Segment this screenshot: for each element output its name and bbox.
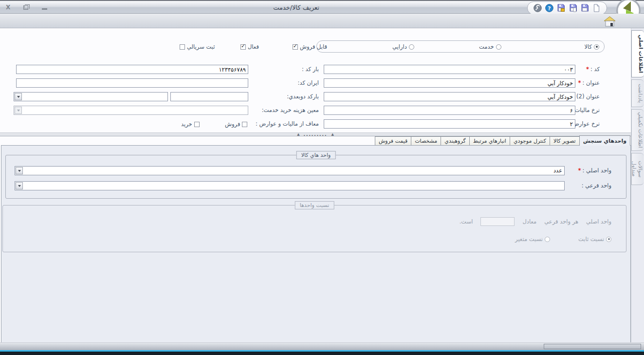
window-title: تعريف كالا/خدمت bbox=[273, 4, 319, 11]
checkbox-box: ✓ bbox=[240, 44, 246, 50]
unit-ratio-group: نسبت واحدها واحد اصلي هر واحد فرعي معادل… bbox=[2, 205, 626, 252]
close-icon[interactable]: X bbox=[6, 4, 10, 11]
shortcut-bar bbox=[0, 14, 644, 28]
iran-code-input[interactable] bbox=[16, 78, 248, 88]
main-panel: اطلاعات اصلي يادداشت اطلاعات تكميلي سوال… bbox=[0, 28, 644, 342]
sub-unit-combobox[interactable] bbox=[15, 181, 565, 190]
ratio-equals-text: معادل bbox=[522, 218, 536, 225]
checkbox-active[interactable]: ✓ فعال bbox=[240, 43, 259, 50]
quick-toolbar: ? bbox=[527, 1, 607, 15]
collapse-up-icon: ▲ bbox=[331, 133, 333, 136]
footer-strip bbox=[0, 352, 644, 355]
barcode-2d-label: باركد دوبعدي: bbox=[287, 93, 319, 100]
wrench-icon[interactable] bbox=[533, 4, 542, 13]
detail-tabs: واحدهاي سنجش تصوير كالا كنترل موجودي انب… bbox=[375, 136, 630, 145]
barcode-input[interactable] bbox=[16, 65, 248, 74]
side-tab-additional-info[interactable]: اطلاعات تكميلي bbox=[631, 109, 644, 151]
new-document-icon[interactable] bbox=[592, 4, 601, 13]
collapse-up-icon: ▲ bbox=[297, 133, 299, 136]
chevron-down-icon[interactable] bbox=[15, 107, 22, 114]
units-group: واحد هاي كالا واحد اصلي :* عدد واحد فرعي… bbox=[5, 155, 626, 199]
scrollbar-thumb[interactable] bbox=[544, 344, 641, 349]
checkbox-box: ✓ bbox=[194, 122, 200, 127]
main-unit-label: واحد اصلي :* bbox=[578, 167, 611, 174]
checkbox-exempt-sell[interactable]: فروش ✓ bbox=[225, 121, 247, 128]
chevron-down-icon[interactable] bbox=[15, 93, 22, 100]
side-tab-basic-info[interactable]: اطلاعات اصلي bbox=[631, 30, 644, 77]
units-group-title: واحد هاي كالا bbox=[296, 151, 336, 159]
checkbox-serial-registration[interactable]: ✓ ثبت سريالي bbox=[180, 43, 215, 50]
ratio-mode-radios: نسبت ثابت نسبت متغير bbox=[515, 236, 611, 243]
tab-grouping[interactable]: گروهبندي bbox=[441, 136, 469, 145]
side-tab-faq[interactable]: سوالات متداول bbox=[631, 153, 644, 185]
code-input[interactable] bbox=[324, 65, 575, 74]
tax-rate-label: نرخ ماليات: bbox=[573, 107, 600, 113]
tab-related-warehouses[interactable]: انبارهاي مرتبط bbox=[469, 136, 510, 145]
checkbox-label: قابل فروش bbox=[300, 43, 327, 50]
checkbox-box: ✓ bbox=[242, 122, 247, 127]
restore-icon[interactable] bbox=[23, 5, 28, 10]
title-input[interactable] bbox=[324, 78, 575, 88]
tab-stock-control[interactable]: كنترل موجودي bbox=[510, 136, 550, 145]
radio-label: خدمت bbox=[479, 43, 494, 50]
tax-exempt-label: معاف از ماليات و عوارض : bbox=[256, 120, 319, 127]
item-type-group: كالا خدمت دارايي bbox=[316, 40, 605, 53]
ratio-is-text: است. bbox=[460, 218, 473, 225]
title2-input[interactable] bbox=[324, 92, 575, 101]
radio-label: نسبت متغير bbox=[515, 236, 543, 243]
radio-item-type-service[interactable]: خدمت bbox=[479, 43, 501, 50]
radio-item-type-asset[interactable]: دارايي bbox=[392, 43, 414, 50]
iran-code-label: ايران كد: bbox=[298, 79, 319, 86]
save-lock-icon[interactable] bbox=[557, 4, 566, 13]
checkbox-box: ✓ bbox=[180, 44, 185, 50]
measurement-units-panel: واحد هاي كالا واحد اصلي :* عدد واحد فرعي… bbox=[1, 145, 631, 342]
main-unit-combobox[interactable]: عدد bbox=[15, 166, 565, 175]
save-icon[interactable] bbox=[581, 4, 589, 13]
radio-circle bbox=[545, 237, 550, 242]
product-definition-window: X تعريف كالا/خدمت ? bbox=[0, 0, 644, 355]
radio-variable-ratio[interactable]: نسبت متغير bbox=[515, 236, 550, 243]
radio-item-type-goods[interactable]: كالا bbox=[584, 43, 599, 50]
home-icon[interactable] bbox=[604, 16, 616, 27]
ratio-main-unit-text: واحد اصلي bbox=[586, 218, 611, 225]
barcode-2d-combobox[interactable] bbox=[14, 92, 168, 101]
ratio-each-sub-text: هر واحد فرعي bbox=[544, 218, 578, 225]
checkbox-box: ✓ bbox=[293, 44, 298, 50]
radio-label: دارايي bbox=[392, 43, 407, 50]
help-icon[interactable]: ? bbox=[545, 4, 553, 13]
radio-fixed-ratio[interactable]: نسبت ثابت bbox=[578, 236, 611, 243]
tab-specifications[interactable]: مشخصات bbox=[411, 136, 441, 145]
chevron-down-icon[interactable] bbox=[16, 182, 23, 189]
unit-ratio-group-title: نسبت واحدها bbox=[295, 201, 334, 209]
duty-rate-input[interactable] bbox=[324, 119, 575, 129]
chevron-down-icon[interactable] bbox=[16, 167, 23, 174]
radio-circle bbox=[606, 237, 611, 242]
radio-circle bbox=[409, 44, 414, 50]
sub-unit-label: واحد فرعي : bbox=[582, 182, 611, 189]
service-cost-account-combobox[interactable] bbox=[14, 106, 248, 115]
barcode-label: بار كد : bbox=[302, 66, 319, 73]
radio-label: نسبت ثابت bbox=[578, 236, 604, 243]
tax-rate-input[interactable] bbox=[324, 106, 575, 115]
splitter-grip: ......... bbox=[304, 133, 328, 136]
tab-measurement-units[interactable]: واحدهاي سنجش bbox=[579, 135, 630, 146]
checkbox-sellable[interactable]: ✓ قابل فروش bbox=[293, 43, 327, 50]
radio-circle bbox=[594, 44, 599, 50]
side-tab-note[interactable]: يادداشت bbox=[631, 79, 644, 107]
checkbox-exempt-buy[interactable]: خريد ✓ bbox=[181, 121, 200, 128]
barcode-2d-input[interactable] bbox=[170, 92, 248, 101]
radio-circle bbox=[496, 44, 501, 50]
minimize-icon[interactable] bbox=[42, 8, 47, 10]
radio-label: كالا bbox=[584, 43, 592, 50]
checkbox-label: خريد bbox=[181, 121, 192, 128]
checkbox-label: فروش bbox=[225, 121, 240, 128]
save-new-icon[interactable] bbox=[569, 4, 577, 13]
status-bar bbox=[0, 342, 644, 350]
ratio-sentence: واحد اصلي هر واحد فرعي معادل است. bbox=[460, 217, 611, 226]
tab-sale-price[interactable]: قيمت فروش bbox=[375, 136, 411, 145]
ratio-value-input[interactable] bbox=[480, 217, 515, 226]
tab-item-image[interactable]: تصوير كالا bbox=[550, 136, 580, 145]
svg-text:?: ? bbox=[548, 5, 551, 12]
code-label: كد :* bbox=[586, 66, 600, 73]
title-label: عنوان :* bbox=[578, 79, 600, 86]
